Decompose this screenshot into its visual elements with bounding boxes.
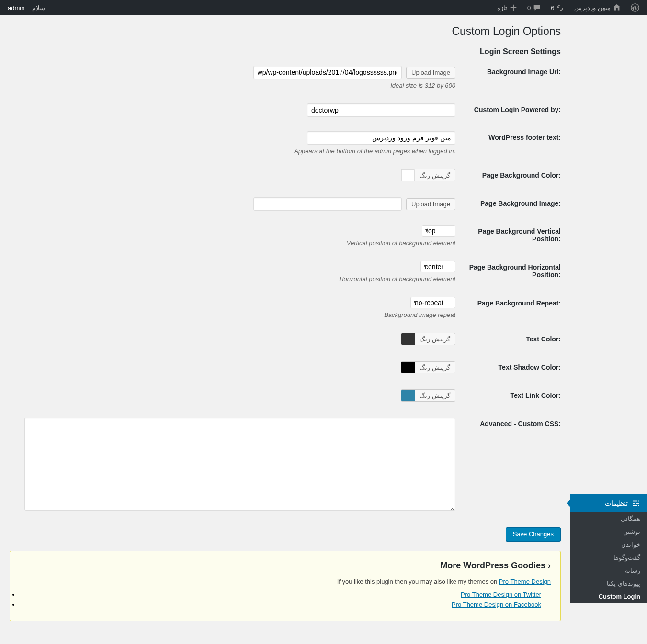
bg-repeat-select[interactable]: no-repeat (410, 297, 455, 308)
svg-rect-3 (633, 503, 635, 504)
site-name: میهن وردپرس (574, 4, 611, 11)
goodies-title: More WordPress Goodies › (20, 561, 551, 571)
svg-rect-6 (638, 505, 639, 506)
plus-icon (509, 3, 518, 12)
bg-repeat-help: Background image repeat (10, 311, 455, 318)
wordpress-icon (631, 3, 639, 12)
text-shadow-color-picker[interactable]: گزینش رنگ (401, 361, 455, 373)
bg-image-help: Ideal size is 312 by 600 (10, 82, 455, 89)
text-shadow-color-swatch (401, 362, 415, 373)
updates-count: 6 (551, 4, 554, 11)
footer-text-input[interactable] (307, 131, 455, 145)
footer-text-help: Appears at the bottom of the admin pages… (10, 147, 455, 155)
main-content: Custom Login Options Login Screen Settin… (0, 15, 570, 644)
bg-image-url-label: Background Image Url: (455, 66, 561, 76)
settings-icon (632, 499, 640, 508)
text-link-color-label: Text Link Color: (455, 389, 561, 399)
page-bg-image-upload-button[interactable]: Upload Image (406, 198, 455, 210)
svg-rect-2 (638, 501, 639, 502)
bg-v-pos-select[interactable]: top (422, 225, 455, 237)
sidebar-item-permalinks[interactable]: پیوندهای یکتا (570, 577, 647, 590)
svg-rect-5 (633, 505, 637, 506)
pro-theme-design-link[interactable]: Pro Theme Design (499, 578, 551, 585)
text-color-picker[interactable]: گزینش رنگ (401, 333, 455, 345)
svg-rect-4 (636, 503, 639, 504)
page-bg-color-swatch (401, 169, 415, 181)
home-icon (613, 3, 621, 12)
sidebar-item-discussion[interactable]: گفت‌وگوها (570, 551, 647, 564)
goodies-facebook-link[interactable]: Pro Theme Design on Facebook (452, 601, 541, 608)
text-link-color-picker[interactable]: گزینش رنگ (401, 389, 455, 402)
user-greeting[interactable]: سلام admin (5, 4, 48, 11)
sidebar-item-custom-login[interactable]: Custom Login (570, 590, 647, 603)
new-label: تازه (497, 4, 507, 11)
sidebar-settings-label: تنظیمات (605, 499, 628, 507)
section-title: Login Screen Settings (10, 47, 561, 56)
bg-image-url-input[interactable] (253, 66, 402, 79)
wp-logo[interactable] (628, 3, 642, 12)
text-shadow-color-label: Text Shadow Color: (455, 361, 561, 371)
page-bg-color-button-text: گزینش رنگ (415, 170, 455, 181)
comments-link[interactable]: 0 (524, 3, 544, 12)
updates-link[interactable]: 6 (548, 3, 568, 12)
sidebar-item-reading[interactable]: خواندن (570, 538, 647, 551)
comments-count: 0 (527, 4, 531, 11)
bg-h-pos-select[interactable]: center (420, 261, 455, 272)
site-name-link[interactable]: میهن وردپرس (571, 3, 624, 12)
goodies-box: More WordPress Goodies › If you like thi… (10, 551, 561, 621)
sidebar-settings-header[interactable]: تنظیمات (570, 494, 647, 512)
goodies-intro: If you like this plugin then you may als… (20, 578, 551, 585)
text-color-swatch (401, 333, 415, 345)
sidebar-item-media[interactable]: رسانه (570, 564, 647, 577)
admin-sidebar: تنظیمات همگانی نوشتن خواندن گفت‌وگوها رس… (570, 15, 647, 644)
page-title: Custom Login Options (10, 25, 561, 38)
bg-h-pos-help: Horizontal position of background elemen… (10, 275, 455, 282)
save-changes-button[interactable]: Save Changes (506, 527, 561, 541)
admin-bar: میهن وردپرس 6 0 تازه سلام admin (0, 0, 647, 15)
sidebar-item-writing[interactable]: نوشتن (570, 525, 647, 538)
page-bg-color-picker[interactable]: گزینش رنگ (401, 169, 455, 181)
custom-css-label: Advanced - Custom CSS: (455, 418, 561, 428)
goodies-twitter-link[interactable]: Pro Theme Design on Twitter (461, 591, 541, 598)
footer-text-label: WordPress footer text: (455, 131, 561, 141)
bg-image-upload-button[interactable]: Upload Image (406, 67, 455, 79)
sidebar-item-general[interactable]: همگانی (570, 512, 647, 525)
bg-h-pos-label: Page Background Horizontal Position: (455, 261, 561, 279)
bg-repeat-label: Page Background Repeat: (455, 297, 561, 307)
text-color-label: Text Color: (455, 333, 561, 343)
custom-css-textarea[interactable] (24, 418, 455, 511)
refresh-icon (556, 3, 565, 12)
powered-by-label: Custom Login Powered by: (455, 103, 561, 113)
page-bg-image-input[interactable] (253, 197, 402, 211)
text-link-color-swatch (401, 390, 415, 401)
bg-v-pos-help: Vertical position of background element (10, 239, 455, 247)
svg-rect-1 (633, 501, 637, 502)
bg-v-pos-label: Page Background Vertical Position: (455, 225, 561, 243)
powered-by-input[interactable] (307, 103, 455, 117)
new-content-link[interactable]: تازه (494, 3, 521, 12)
page-bg-image-label: Page Background Image: (455, 197, 561, 207)
page-bg-color-label: Page Background Color: (455, 169, 561, 179)
comment-icon (533, 3, 541, 12)
